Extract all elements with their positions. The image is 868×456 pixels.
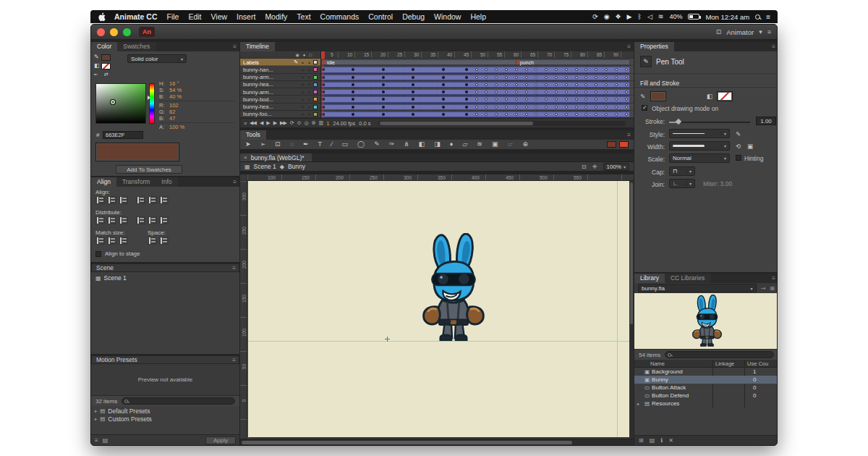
oval-tool[interactable]: ◯ [357, 140, 365, 149]
layer-visibility-dot[interactable]: • [299, 75, 306, 80]
keyframe-dot[interactable] [442, 113, 445, 116]
layer-frames-bunny-hea[interactable] [321, 104, 634, 111]
hollow-keyframe-dot[interactable] [575, 98, 578, 101]
tab-transform[interactable]: Transform [116, 177, 156, 187]
free-transform-tool[interactable]: ⊡ [275, 140, 281, 149]
keyframe-dot[interactable] [412, 113, 414, 116]
layer-frames-bunny-foo[interactable] [321, 111, 634, 118]
distribute-center-icon[interactable] [148, 216, 157, 224]
new-folder-icon[interactable]: ▤ [103, 437, 109, 444]
library-item-button-defend[interactable]: ▭Button Defend0 [634, 392, 778, 400]
fill-stroke-section-header[interactable]: Fill and Stroke [640, 80, 679, 87]
toolbar-fill-color-chip[interactable] [619, 141, 629, 148]
hollow-keyframe-dot[interactable] [525, 68, 528, 71]
match-size-icon[interactable] [119, 237, 128, 245]
hollow-keyframe-dot[interactable] [625, 113, 628, 116]
keyframe-dot[interactable] [412, 83, 414, 86]
app-menu[interactable]: Animate CC [114, 12, 158, 21]
object-drawing-checkbox[interactable] [642, 105, 647, 111]
layer-color-chip[interactable] [313, 105, 318, 109]
hollow-keyframe-dot[interactable] [495, 83, 498, 86]
library-document-dropdown[interactable]: bunny.fla ▾ [638, 284, 757, 292]
onion-skin-icon[interactable]: ◎ [305, 120, 308, 126]
hollow-keyframe-dot[interactable] [545, 113, 548, 116]
color-value[interactable]: 40 % [169, 93, 182, 100]
layer-color-chip[interactable] [313, 97, 318, 101]
tab-align[interactable]: Align [91, 177, 116, 187]
color-value[interactable]: 54 % [169, 87, 182, 93]
color-value[interactable]: 102 [169, 102, 179, 109]
scene-panel-header[interactable]: Scene ≡ [91, 263, 239, 272]
library-item-resources[interactable]: ▸▤Resources [634, 400, 778, 408]
sync-icon[interactable]: ⟳ [592, 13, 598, 20]
preset-folder-default-presets[interactable]: ▸▤Default Presets [91, 407, 239, 415]
hollow-keyframe-dot[interactable] [575, 83, 578, 86]
step-back-icon[interactable]: ◀ [260, 120, 263, 126]
hollow-keyframe-dot[interactable] [515, 106, 518, 109]
hollow-keyframe-dot[interactable] [525, 76, 528, 79]
align-to-stage-checkbox[interactable] [95, 251, 101, 257]
center-frame-icon[interactable]: ⊙ [297, 120, 301, 126]
distribute-middle-icon[interactable] [107, 216, 116, 224]
hollow-keyframe-dot[interactable] [475, 76, 478, 79]
default-colors-icon[interactable]: ▪▫ [94, 72, 98, 77]
layer-color-chip[interactable] [313, 60, 318, 64]
menu-item-text[interactable]: Text [297, 12, 310, 21]
hollow-keyframe-dot[interactable] [615, 113, 618, 116]
keyframe-dot[interactable] [442, 68, 445, 71]
tab-info[interactable]: Info [156, 177, 177, 187]
keyframe-dot[interactable] [412, 106, 414, 109]
layer-color-chip[interactable] [313, 112, 318, 117]
layer-frames-bunny-arm[interactable] [321, 74, 634, 81]
hollow-keyframe-dot[interactable] [475, 90, 478, 93]
keyframe-dot[interactable] [442, 83, 445, 86]
layer-lock-dot[interactable]: • [306, 104, 312, 109]
library-column-headers[interactable]: Name Linkage Use Cou [634, 360, 778, 368]
layer-bunny-foo[interactable]: bunny-foo...•• [240, 111, 320, 118]
color-value[interactable]: 100 % [169, 124, 184, 130]
hollow-keyframe-dot[interactable] [555, 83, 558, 86]
hollow-keyframe-dot[interactable] [505, 90, 508, 93]
layer-bunny-bod[interactable]: bunny-bod...•• [240, 96, 320, 103]
wifi-icon[interactable]: ≋ [658, 13, 664, 20]
text-tool[interactable]: T [318, 140, 323, 149]
camera-tool[interactable]: ▣ [492, 140, 498, 149]
hollow-keyframe-dot[interactable] [565, 83, 568, 86]
apple-menu-icon[interactable] [98, 12, 106, 22]
layer-visibility-dot[interactable]: • [299, 60, 306, 65]
hollow-keyframe-dot[interactable] [605, 90, 608, 93]
tab-tools[interactable]: Tools [240, 130, 266, 140]
align-right-icon[interactable] [119, 196, 128, 204]
keyframe-dot[interactable] [352, 106, 354, 109]
hollow-keyframe-dot[interactable] [475, 68, 478, 71]
layer-bunny-arm[interactable]: bunny-arm...•• [240, 74, 320, 81]
keyframe-dot[interactable] [382, 76, 385, 79]
hollow-keyframe-dot[interactable] [475, 83, 478, 86]
frame-ruler[interactable]: 51015202530354045505560657075808590 [321, 51, 634, 59]
pin-library-icon[interactable]: ⊸ [761, 285, 766, 292]
distribute-top-icon[interactable] [95, 216, 105, 224]
fill-bucket-icon[interactable]: ◧ [707, 93, 712, 100]
library-item-button-attack[interactable]: ▭Button Attack0 [634, 384, 778, 392]
timeline-frames-area[interactable]: 51015202530354045505560657075808590 idle… [321, 51, 634, 118]
hollow-keyframe-dot[interactable] [584, 106, 587, 109]
menu-item-debug[interactable]: Debug [402, 12, 425, 21]
color-picker-field[interactable] [95, 83, 146, 124]
hollow-keyframe-dot[interactable] [495, 106, 498, 109]
panel-menu-icon[interactable]: ≡ [232, 264, 236, 273]
width-tool[interactable]: ≋ [477, 140, 482, 149]
hollow-keyframe-dot[interactable] [515, 90, 518, 93]
library-search-input[interactable] [665, 351, 774, 358]
loop-icon[interactable]: ⟳ [290, 120, 294, 126]
stroke-color-chip[interactable] [650, 91, 666, 101]
layer-color-chip[interactable] [313, 75, 318, 80]
bunny-character[interactable] [411, 233, 495, 345]
frame-rate-indicator[interactable]: 24.00 fps [333, 120, 355, 127]
layer-color-chip[interactable] [313, 67, 318, 72]
toolbar-stroke-color-chip[interactable] [607, 141, 616, 148]
layer-color-chip[interactable] [313, 90, 318, 94]
dropbox-icon[interactable]: ❖ [616, 13, 621, 20]
tab-library[interactable]: Library [634, 274, 665, 283]
slider-thumb[interactable] [676, 119, 681, 124]
volume-icon[interactable]: ◁ [647, 13, 652, 20]
